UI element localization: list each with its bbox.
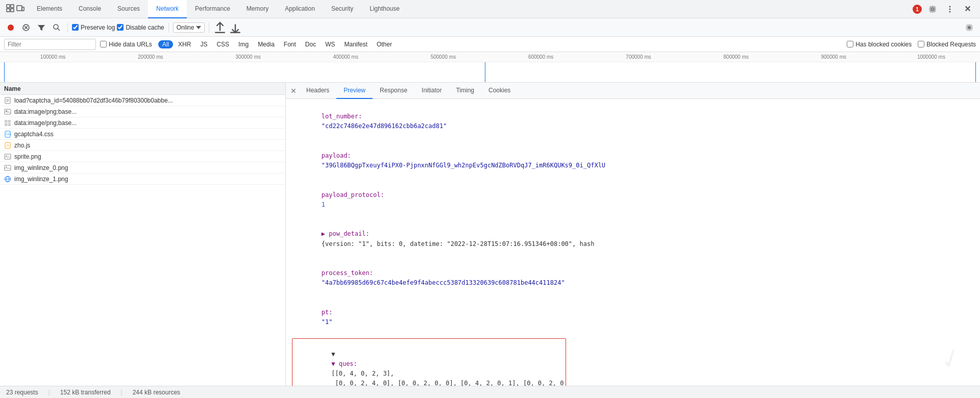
json-ques-header[interactable]: ▼ ▼ ques: [[0, 4, 0, 2, 3], [0, 0, 2, 4,…: [295, 340, 564, 386]
tab-security[interactable]: Security: [323, 0, 361, 18]
file-js-icon: JS: [4, 142, 11, 149]
svg-point-9: [8, 24, 14, 31]
svg-point-7: [949, 8, 951, 10]
tick-3: 400000 ms: [297, 54, 395, 60]
detail-tab-timing[interactable]: Timing: [449, 83, 481, 99]
clear-button[interactable]: [19, 21, 33, 34]
file-item-1[interactable]: data:image/png;base...: [0, 106, 285, 117]
file-doc-icon: [4, 97, 11, 104]
tick-6: 700000 ms: [590, 54, 687, 60]
file-item-2[interactable]: data:image/png;base...: [0, 117, 285, 129]
detail-tab-initiator[interactable]: Initiator: [414, 83, 449, 99]
file-item-name-0: load?captcha_id=54088bb07d2df3c46b79f803…: [14, 97, 281, 104]
error-count-badge[interactable]: 1: [913, 5, 922, 14]
settings-icon[interactable]: [926, 3, 939, 16]
filter-type-manifest[interactable]: Manifest: [340, 40, 372, 48]
devtools-icons: [2, 4, 29, 14]
detail-content[interactable]: lot_number: "cd22c7486e2e47d896162cbb6a2…: [286, 99, 980, 386]
filter-type-js[interactable]: JS: [196, 40, 211, 48]
search-button[interactable]: [50, 21, 63, 34]
record-stop-button[interactable]: [4, 21, 17, 34]
file-item-name-5: sprite.png: [14, 153, 281, 160]
filter-button[interactable]: [35, 21, 48, 34]
file-image-grid-icon: [4, 119, 11, 127]
tab-console[interactable]: Console: [70, 0, 109, 18]
filter-type-css[interactable]: CSS: [212, 40, 233, 48]
filter-type-buttons: All XHR JS CSS Img Media Font Doc WS Man…: [158, 40, 396, 48]
close-devtools-icon[interactable]: ✕: [961, 3, 974, 16]
tab-application[interactable]: Application: [277, 0, 323, 18]
inspect-icon[interactable]: [6, 4, 14, 14]
detail-tab-preview[interactable]: Preview: [336, 83, 373, 99]
detail-tab-response[interactable]: Response: [373, 83, 414, 99]
svg-rect-3: [11, 9, 14, 12]
timeline-ruler: 100000 ms 200000 ms 300000 ms 400000 ms …: [0, 52, 980, 62]
has-blocked-cookies-label[interactable]: Has blocked cookies: [847, 41, 912, 48]
detail-tab-headers[interactable]: Headers: [299, 83, 336, 99]
filter-type-media[interactable]: Media: [254, 40, 279, 48]
disable-cache-checkbox[interactable]: [117, 24, 124, 31]
file-item-name-2: data:image/png;base...: [14, 119, 281, 127]
filter-type-other[interactable]: Other: [373, 40, 396, 48]
more-options-icon[interactable]: [943, 3, 957, 16]
tab-lighthouse[interactable]: Lighthouse: [361, 0, 408, 18]
svg-point-13: [54, 24, 58, 29]
filter-type-font[interactable]: Font: [280, 40, 300, 48]
file-image-icon-1: [4, 108, 11, 115]
download-icon[interactable]: [229, 21, 242, 34]
filter-type-img[interactable]: Img: [234, 40, 253, 48]
file-list-body[interactable]: load?captcha_id=54088bb07d2df3c46b79f803…: [0, 95, 285, 386]
tick-7: 800000 ms: [687, 54, 785, 60]
tab-memory[interactable]: Memory: [238, 0, 277, 18]
filter-type-ws[interactable]: WS: [321, 40, 339, 48]
svg-rect-0: [7, 5, 10, 8]
preserve-log-label[interactable]: Preserve log: [72, 24, 115, 31]
svg-rect-2: [7, 9, 10, 12]
filter-input[interactable]: [4, 39, 96, 50]
file-css-icon: CSS: [4, 131, 11, 138]
network-throttle-select[interactable]: Online: [173, 22, 205, 33]
filter-type-all[interactable]: All: [158, 40, 173, 48]
upload-icon[interactable]: [213, 21, 227, 34]
blocked-requests-checkbox[interactable]: [918, 41, 924, 47]
file-item-6[interactable]: img_winlinze_0.png: [0, 162, 285, 173]
filter-type-doc[interactable]: Doc: [301, 40, 320, 48]
tab-performance[interactable]: Performance: [187, 0, 238, 18]
detail-panel: ✕ Headers Preview Response Initiator Tim…: [286, 83, 980, 386]
file-item-3[interactable]: CSS gcaptcha4.css: [0, 129, 285, 140]
timeline-graph[interactable]: [0, 62, 980, 82]
status-transferred: 152 kB transferred: [60, 389, 111, 396]
json-payload-protocol: payload_protocol: 1: [292, 181, 974, 220]
file-item-7[interactable]: img_winlinze_1.png: [0, 173, 285, 185]
disable-cache-label[interactable]: Disable cache: [117, 24, 164, 31]
file-item-5[interactable]: sprite.png: [0, 151, 285, 162]
close-detail-button[interactable]: ✕: [288, 85, 299, 96]
has-blocked-cookies-checkbox[interactable]: [847, 41, 853, 47]
detail-tab-cookies[interactable]: Cookies: [481, 83, 518, 99]
tick-9: 1000000 ms: [883, 54, 980, 60]
filter-type-xhr[interactable]: XHR: [174, 40, 195, 48]
toolbar-separator-1: [67, 22, 68, 33]
svg-rect-22: [8, 120, 11, 123]
device-toggle-icon[interactable]: [16, 4, 24, 14]
tick-2: 300000 ms: [199, 54, 297, 60]
tab-elements[interactable]: Elements: [29, 0, 70, 18]
svg-rect-4: [17, 6, 22, 11]
preserve-log-checkbox[interactable]: [72, 24, 79, 31]
network-toolbar: Preserve log Disable cache Online: [0, 18, 980, 37]
file-item-name-3: gcaptcha4.css: [14, 131, 281, 138]
svg-line-14: [58, 29, 60, 31]
json-pow-detail[interactable]: ▶ pow_detail: {version: "1", bits: 0, da…: [292, 219, 974, 259]
json-payload: payload: "39Gl86BQgpTxeuyf4iPX0-PjpnxnNf…: [292, 141, 974, 181]
network-settings-icon[interactable]: [963, 21, 976, 34]
file-item-0[interactable]: load?captcha_id=54088bb07d2df3c46b79f803…: [0, 95, 285, 106]
file-item-4[interactable]: JS zho.js: [0, 140, 285, 151]
blocked-requests-label[interactable]: Blocked Requests: [918, 41, 976, 48]
tab-network[interactable]: Network: [148, 0, 187, 18]
hide-data-urls-checkbox[interactable]: [100, 41, 107, 47]
tab-sources[interactable]: Sources: [109, 0, 148, 18]
tab-right-actions: 1 ✕: [913, 3, 978, 16]
hide-data-urls-label[interactable]: Hide data URLs: [100, 41, 152, 48]
svg-point-6: [949, 6, 951, 7]
svg-point-8: [949, 11, 951, 12]
